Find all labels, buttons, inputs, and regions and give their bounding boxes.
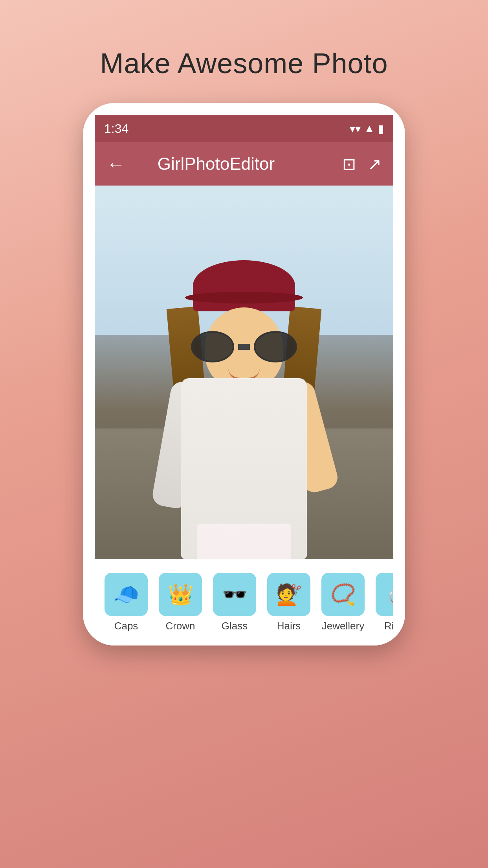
wifi-icon: ▾▾ <box>350 122 361 135</box>
app-bar: ← GirlPhotoEditor ⊡ ↗ <box>95 142 393 186</box>
crown-label: Crown <box>165 620 195 632</box>
glass-icon-box: 🕶️ <box>213 573 256 616</box>
save-icon[interactable]: ⊡ <box>342 154 356 174</box>
hat-brim <box>185 292 303 303</box>
category-item-caps[interactable]: 🧢 Caps <box>101 573 152 632</box>
categories-scroll: 🧢 Caps 👑 Crown 🕶️ Glass 💇 Hairs 📿 Jewel <box>95 569 393 636</box>
rings-label: Rings <box>384 620 393 632</box>
category-item-hairs[interactable]: 💇 Hairs <box>263 573 314 632</box>
rings-icon-box: 💍 <box>376 573 393 616</box>
jewellery-label: Jewellery <box>322 620 364 632</box>
bottom-toolbar: 🧢 Caps 👑 Crown 🕶️ Glass 💇 Hairs 📿 Jewel <box>95 559 393 645</box>
hat-shape <box>193 260 295 311</box>
page-title: Make Awesome Photo <box>100 47 388 79</box>
category-item-glass[interactable]: 🕶️ Glass <box>209 573 260 632</box>
sunglasses <box>191 331 297 362</box>
app-bar-title: GirlPhotoEditor <box>137 154 295 174</box>
category-item-crown[interactable]: 👑 Crown <box>155 573 206 632</box>
status-time: 1:34 <box>104 121 128 136</box>
photo-scene <box>95 186 393 559</box>
glasses-bridge <box>238 344 250 350</box>
category-item-rings[interactable]: 💍 Rings <box>372 573 393 632</box>
share-icon[interactable]: ↗ <box>368 154 382 174</box>
crown-icon-box: 👑 <box>159 573 202 616</box>
hairs-icon-box: 💇 <box>267 573 310 616</box>
back-button[interactable]: ← <box>106 153 125 175</box>
caps-icon-box: 🧢 <box>105 573 148 616</box>
photo-area[interactable] <box>95 186 393 559</box>
status-icons: ▾▾ ▲ ▮ <box>350 122 384 135</box>
phone-mockup: 1:34 ▾▾ ▲ ▮ ← GirlPhotoEditor ⊡ ↗ <box>83 103 405 645</box>
body-shape <box>181 378 307 559</box>
app-bar-actions: ⊡ ↗ <box>342 154 382 174</box>
lens-left <box>191 331 234 362</box>
child-figure <box>150 252 338 559</box>
caps-label: Caps <box>114 620 138 632</box>
dress-pattern <box>197 524 291 559</box>
glass-label: Glass <box>222 620 248 632</box>
jewellery-icon-box: 📿 <box>321 573 365 616</box>
battery-icon: ▮ <box>378 122 384 135</box>
signal-icon: ▲ <box>364 122 375 135</box>
lens-right <box>254 331 297 362</box>
category-item-jewellery[interactable]: 📿 Jewellery <box>317 573 369 632</box>
hairs-label: Hairs <box>277 620 301 632</box>
status-bar: 1:34 ▾▾ ▲ ▮ <box>95 115 393 142</box>
